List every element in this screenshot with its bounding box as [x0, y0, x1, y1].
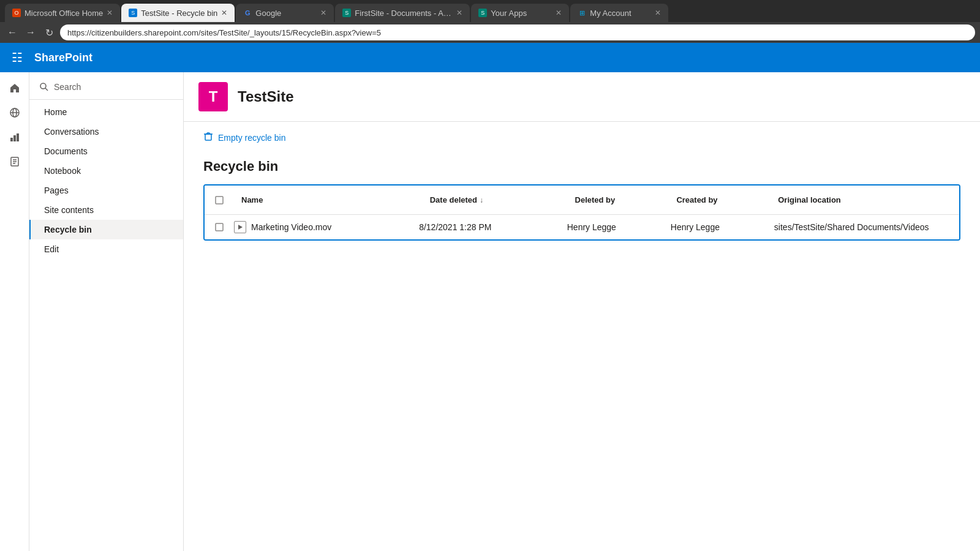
sidebar-item-site-contents[interactable]: Site contents — [29, 200, 183, 220]
td-checkbox[interactable] — [205, 223, 234, 231]
svg-rect-18 — [216, 223, 223, 231]
address-bar[interactable]: https://citizenbuilders.sharepoint.com/s… — [60, 24, 975, 40]
svg-line-11 — [45, 88, 48, 91]
table-row[interactable]: Marketing Video.mov 8/12/2021 1:28 PM He… — [205, 215, 959, 239]
back-button[interactable]: ← — [5, 25, 20, 40]
browser-tab-tab-google[interactable]: G Google ✕ — [236, 4, 334, 22]
sidebar-item-edit[interactable]: Edit — [29, 239, 183, 259]
recycle-bin-toolbar-icon — [203, 132, 213, 144]
sidebar-item-pages[interactable]: Pages — [29, 181, 183, 200]
site-logo: T — [198, 82, 228, 111]
favicon: S — [129, 9, 137, 17]
th-original-location[interactable]: Original location — [771, 190, 959, 209]
browser-tab-tab-ms-office[interactable]: O Microsoft Office Home ✕ — [5, 4, 120, 22]
search-label: Search — [54, 82, 81, 92]
table-header-row: Name Date deleted ↓ Deleted by Created b… — [205, 186, 959, 215]
trash-icon — [203, 132, 213, 141]
globe-rail-icon[interactable] — [4, 102, 26, 124]
th-name[interactable]: Name — [234, 190, 423, 209]
tab-close-button[interactable]: ✕ — [320, 9, 326, 17]
browser-tab-tab-testsite[interactable]: S TestSite - Recycle bin ✕ — [121, 4, 235, 22]
refresh-button[interactable]: ↻ — [42, 25, 56, 40]
tab-close-button[interactable]: ✕ — [456, 9, 462, 17]
browser-chrome: O Microsoft Office Home ✕ S TestSite - R… — [0, 0, 980, 43]
note-rail-icon[interactable] — [4, 151, 26, 173]
left-rail — [0, 72, 29, 551]
tab-close-button[interactable]: ✕ — [556, 9, 562, 17]
svg-rect-12 — [205, 134, 211, 140]
site-area: T TestSite Empty recycle bin R — [184, 72, 980, 551]
svg-rect-17 — [216, 197, 223, 204]
td-deleted-by: Henry Legge — [560, 217, 663, 237]
tab-title: Google — [255, 9, 317, 18]
tab-title: Your Apps — [491, 9, 552, 18]
th-created-by[interactable]: Created by — [669, 190, 771, 209]
sidebar-item-documents[interactable]: Documents — [29, 141, 183, 161]
site-header: T TestSite — [184, 72, 980, 122]
sort-arrow-icon: ↓ — [480, 196, 483, 204]
browser-tab-tab-your-apps[interactable]: S Your Apps ✕ — [471, 4, 569, 22]
sidebar-divider — [29, 99, 183, 100]
svg-rect-4 — [13, 135, 16, 141]
favicon: S — [342, 9, 351, 17]
search-icon — [39, 82, 49, 92]
tab-title: Microsoft Office Home — [24, 9, 103, 18]
sidebar-item-notebook[interactable]: Notebook — [29, 161, 183, 181]
sidebar-search[interactable]: Search — [29, 77, 183, 97]
empty-recycle-bin-toolbar[interactable]: Empty recycle bin — [203, 132, 960, 144]
browser-tab-bar: O Microsoft Office Home ✕ S TestSite - R… — [0, 0, 980, 22]
empty-recycle-bin-label: Empty recycle bin — [218, 133, 285, 143]
th-checkbox — [205, 196, 234, 204]
browser-tab-tab-firstsite[interactable]: S FirstSite - Documents - All Docu... ✕ — [335, 4, 470, 22]
content-area: Empty recycle bin Recycle bin Name Date … — [184, 122, 980, 551]
td-original-location: sites/TestSite/Shared Documents/Videos — [767, 217, 959, 237]
waffle-icon[interactable]: ☷ — [7, 48, 27, 67]
recycle-bin-table: Name Date deleted ↓ Deleted by Created b… — [203, 184, 960, 241]
svg-rect-5 — [17, 133, 19, 141]
favicon: G — [243, 9, 252, 17]
sidebar-item-conversations[interactable]: Conversations — [29, 122, 183, 141]
tab-title: TestSite - Recycle bin — [141, 9, 217, 18]
tab-title: FirstSite - Documents - All Docu... — [355, 9, 453, 18]
tab-close-button[interactable]: ✕ — [655, 9, 661, 17]
td-created-by: Henry Legge — [663, 217, 767, 237]
sidebar-item-home[interactable]: Home — [29, 102, 183, 122]
sp-header: ☷ SharePoint — [0, 43, 980, 72]
browser-toolbar: ← → ↻ https://citizenbuilders.sharepoint… — [0, 22, 980, 43]
browser-tab-tab-my-account[interactable]: ⊞ My Account ✕ — [570, 4, 668, 22]
sidebar: Search HomeConversationsDocumentsNoteboo… — [29, 72, 184, 551]
favicon: ⊞ — [578, 9, 586, 17]
tab-title: My Account — [590, 9, 651, 18]
tab-close-button[interactable]: ✕ — [107, 9, 113, 17]
file-name: Marketing Video.mov — [251, 222, 331, 232]
file-video-icon — [234, 221, 246, 233]
svg-rect-3 — [10, 138, 13, 141]
svg-marker-19 — [238, 225, 243, 230]
home-rail-icon[interactable] — [4, 77, 26, 99]
chart-rail-icon[interactable] — [4, 126, 26, 148]
app-name: SharePoint — [34, 51, 92, 64]
td-name: Marketing Video.mov — [234, 221, 412, 233]
th-date-deleted[interactable]: Date deleted ↓ — [423, 190, 568, 209]
main-layout: Search HomeConversationsDocumentsNoteboo… — [0, 72, 980, 551]
td-date-deleted: 8/12/2021 1:28 PM — [412, 217, 560, 237]
th-deleted-by[interactable]: Deleted by — [568, 190, 669, 209]
sidebar-item-recycle-bin[interactable]: Recycle bin — [29, 220, 183, 239]
tab-close-button[interactable]: ✕ — [221, 9, 227, 17]
svg-point-10 — [40, 83, 46, 89]
forward-button[interactable]: → — [23, 25, 38, 40]
page-title: Recycle bin — [203, 159, 960, 174]
favicon: O — [12, 9, 21, 17]
favicon: S — [478, 9, 487, 17]
site-title: TestSite — [238, 88, 294, 105]
